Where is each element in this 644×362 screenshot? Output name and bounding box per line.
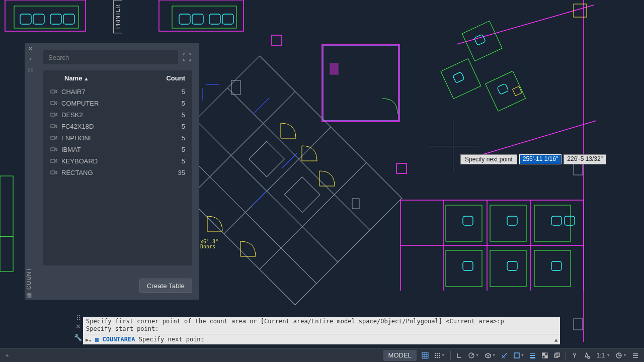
- svg-line-54: [282, 153, 297, 168]
- cmdline-menu-icon[interactable]: ▸▾: [83, 335, 93, 344]
- table-row[interactable]: FC42X18D5: [43, 121, 192, 132]
- svg-rect-6: [323, 45, 398, 121]
- svg-rect-33: [507, 261, 517, 270]
- table-row[interactable]: RECTANG35: [43, 167, 192, 178]
- block-count: 5: [150, 111, 185, 119]
- svg-rect-24: [179, 14, 190, 24]
- ortho-restrict-icon[interactable]: [454, 350, 465, 361]
- count-column-header[interactable]: Count: [150, 74, 185, 82]
- svg-rect-30: [551, 216, 561, 225]
- svg-rect-60: [51, 90, 55, 93]
- block-icon: [50, 135, 57, 142]
- cmdline-expand-icon[interactable]: ▴: [552, 336, 560, 343]
- svg-line-44: [260, 162, 366, 269]
- svg-rect-7: [14, 6, 78, 28]
- svg-rect-12: [490, 205, 526, 241]
- block-icon: [50, 100, 57, 107]
- cmdline-close-icon[interactable]: ✕: [74, 323, 82, 331]
- selection-area-icon[interactable]: [182, 52, 192, 62]
- svg-rect-61: [51, 102, 55, 105]
- svg-rect-89: [633, 353, 638, 354]
- table-row[interactable]: CHAIR75: [43, 86, 192, 98]
- svg-rect-21: [33, 14, 44, 24]
- transparency-icon[interactable]: [539, 350, 550, 361]
- object-snap-2d-icon[interactable]: ▼: [511, 350, 527, 361]
- dyn-x-field[interactable]: 255'-11 1/16": [519, 154, 562, 164]
- svg-point-69: [437, 352, 438, 353]
- dyn-y-field[interactable]: 226'-5 13/32": [564, 154, 606, 164]
- svg-rect-50: [574, 164, 583, 175]
- svg-rect-13: [534, 205, 571, 241]
- svg-point-68: [435, 352, 436, 353]
- svg-rect-10: [0, 236, 13, 272]
- block-name: FNPHONE: [61, 134, 94, 142]
- cmdline-grip-icon[interactable]: ⠿: [74, 314, 82, 322]
- printer-block-label: PRINTER: [113, 0, 122, 33]
- count-table: Name▲ Count CHAIR75COMPUTER5DESK25FC42X1…: [43, 70, 192, 265]
- name-column-header[interactable]: Name▲: [50, 74, 150, 82]
- svg-rect-5: [330, 63, 338, 74]
- customization-icon[interactable]: [630, 350, 641, 361]
- svg-point-73: [439, 354, 440, 355]
- object-snap-tracking-icon[interactable]: [499, 350, 510, 361]
- block-name: IBMAT: [61, 146, 81, 153]
- svg-rect-28: [463, 216, 473, 225]
- svg-rect-31: [565, 216, 575, 225]
- dynamic-input: Specify next point 255'-11 1/16" 226'-5 …: [460, 154, 606, 164]
- grid-display-icon[interactable]: [420, 350, 431, 361]
- table-row[interactable]: IBMAT5: [43, 144, 192, 155]
- isometric-draft-icon[interactable]: ▼: [482, 350, 498, 361]
- block-icon: [50, 146, 57, 153]
- autoscale-icon[interactable]: [581, 350, 592, 361]
- create-table-button[interactable]: Create Table: [139, 279, 192, 293]
- block-icon: [50, 158, 57, 165]
- svg-rect-64: [51, 136, 55, 139]
- block-count: 5: [150, 100, 185, 107]
- search-input[interactable]: [43, 50, 178, 64]
- svg-rect-48: [352, 199, 359, 209]
- svg-rect-65: [51, 148, 55, 151]
- svg-rect-67: [51, 171, 55, 174]
- dyn-prompt: Specify next point: [460, 154, 517, 164]
- table-row[interactable]: KEYBOARD5: [43, 155, 192, 167]
- cmdline-customize-icon[interactable]: 🔧: [74, 334, 82, 341]
- svg-rect-84: [545, 355, 547, 358]
- svg-rect-16: [534, 250, 571, 287]
- svg-rect-29: [507, 216, 517, 225]
- menu-icon[interactable]: ⚏: [26, 64, 35, 73]
- svg-rect-32: [463, 261, 473, 270]
- block-icon: [50, 123, 57, 130]
- svg-rect-25: [192, 14, 203, 24]
- statusbar-plus-icon[interactable]: +: [2, 350, 12, 360]
- command-input[interactable]: ▦ COUNTAREA Specify next point: [93, 334, 552, 344]
- svg-rect-81: [530, 357, 535, 358]
- svg-point-76: [439, 356, 440, 357]
- svg-rect-90: [633, 355, 638, 356]
- polar-tracking-icon[interactable]: ▼: [466, 350, 481, 361]
- svg-line-43: [224, 127, 331, 234]
- svg-point-87: [588, 356, 590, 358]
- svg-rect-9: [0, 176, 13, 236]
- lineweight-icon[interactable]: [527, 350, 538, 361]
- svg-rect-1: [396, 163, 407, 173]
- history-line: Specify start point:: [86, 325, 557, 333]
- selection-cycling-icon[interactable]: [551, 350, 562, 361]
- annotation-scale-button[interactable]: 1:1 ▼: [593, 350, 612, 361]
- block-count: 5: [150, 146, 185, 153]
- svg-rect-23: [63, 14, 74, 24]
- snap-mode-icon[interactable]: ▼: [432, 350, 447, 361]
- workspace-switching-icon[interactable]: ▼: [613, 350, 629, 361]
- palette-footer-icon[interactable]: ▦: [26, 292, 32, 299]
- model-space-button[interactable]: MODEL: [383, 350, 417, 361]
- svg-rect-91: [633, 357, 638, 358]
- annotation-visibility-icon[interactable]: [569, 350, 580, 361]
- table-row[interactable]: COMPUTER5: [43, 98, 192, 109]
- table-row[interactable]: FNPHONE5: [43, 132, 192, 144]
- table-row[interactable]: DESK25: [43, 109, 192, 121]
- svg-rect-49: [574, 319, 583, 330]
- autohide-icon[interactable]: ›: [26, 54, 35, 63]
- svg-rect-8: [172, 6, 236, 28]
- svg-rect-27: [222, 14, 233, 24]
- block-name: COMPUTER: [61, 100, 99, 107]
- close-icon[interactable]: ✕: [26, 44, 35, 53]
